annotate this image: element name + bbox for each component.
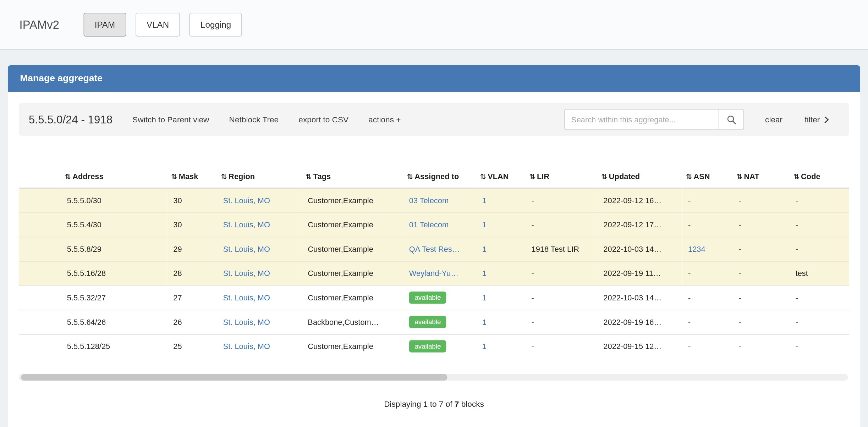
cell-vlan-link[interactable]: 1: [477, 261, 526, 285]
cell-nat: -: [733, 261, 790, 285]
cell-assigned-to[interactable]: available: [403, 285, 477, 310]
tab-vlan[interactable]: VLAN: [136, 12, 180, 37]
table-row[interactable]: 5.5.5.64/26 26 St. Louis, MO Backbone,Cu…: [19, 310, 849, 334]
cell-assigned-to[interactable]: available: [403, 334, 477, 359]
cell-assigned-to[interactable]: available: [403, 310, 477, 334]
clear-link[interactable]: clear: [765, 115, 782, 124]
cell-lir: -: [526, 261, 598, 285]
col-label-region: Region: [229, 172, 255, 181]
sort-icon: ⇅: [171, 172, 177, 181]
table-row[interactable]: 5.5.5.32/27 27 St. Louis, MO Customer,Ex…: [19, 285, 849, 310]
manage-aggregate-panel: Manage aggregate 5.5.5.0/24 - 1918 Switc…: [8, 65, 860, 427]
cell-address: 5.5.5.16/28: [61, 261, 168, 285]
cell-updated: 2022-09-12 17…: [598, 212, 683, 237]
table-row[interactable]: 5.5.5.16/28 28 St. Louis, MO Customer,Ex…: [19, 261, 849, 285]
cell-address: 5.5.5.8/29: [61, 237, 168, 261]
col-header-asn[interactable]: ⇅ASN: [682, 165, 733, 188]
cell-assigned-to[interactable]: QA Test Res…: [403, 237, 477, 261]
table-row[interactable]: 5.5.5.128/25 25 St. Louis, MO Customer,E…: [19, 334, 849, 359]
col-header-vlan[interactable]: ⇅VLAN: [477, 165, 526, 188]
cell-assigned-to[interactable]: 03 Telecom: [403, 188, 477, 212]
export-csv-link[interactable]: export to CSV: [298, 115, 348, 124]
col-header-region[interactable]: ⇅Region: [218, 165, 302, 188]
cell-region-link[interactable]: St. Louis, MO: [218, 334, 302, 359]
indent-cell: [19, 285, 61, 310]
horizontal-scrollbar[interactable]: [19, 374, 848, 381]
col-header-address[interactable]: ⇅Address: [61, 165, 168, 188]
cell-region-link[interactable]: St. Louis, MO: [218, 188, 302, 212]
sort-icon: ⇅: [480, 172, 486, 181]
cell-asn: -: [682, 212, 733, 237]
cell-mask: 30: [168, 212, 218, 237]
col-header-code[interactable]: ⇅Code: [790, 165, 849, 188]
cell-region-link[interactable]: St. Louis, MO: [218, 310, 302, 334]
col-header-mask[interactable]: ⇅Mask: [168, 165, 218, 188]
table-row[interactable]: 5.5.5.4/30 30 St. Louis, MO Customer,Exa…: [19, 212, 849, 237]
cell-code: test: [790, 261, 849, 285]
cell-lir: -: [526, 285, 598, 310]
cell-asn: -: [682, 334, 733, 359]
cell-updated: 2022-09-15 12…: [598, 334, 683, 359]
netblock-table-container: ⇅Address ⇅Mask ⇅Region ⇅Tags ⇅Assigned t…: [19, 165, 849, 359]
search-button[interactable]: [719, 109, 744, 130]
cell-vlan-link[interactable]: 1: [477, 188, 526, 212]
available-badge: available: [409, 292, 446, 304]
cell-code: -: [790, 212, 849, 237]
col-label-code: Code: [801, 172, 820, 181]
cell-mask: 26: [168, 310, 218, 334]
cell-assigned-to[interactable]: 01 Telecom: [403, 212, 477, 237]
cell-lir: -: [526, 212, 598, 237]
filter-label: filter: [805, 115, 820, 124]
search-input[interactable]: [564, 109, 719, 130]
cell-tags: Backbone,Custom…: [302, 310, 403, 334]
sort-icon: ⇅: [221, 172, 227, 181]
cell-asn: -: [682, 310, 733, 334]
table-row[interactable]: 5.5.5.8/29 29 St. Louis, MO Customer,Exa…: [19, 237, 849, 261]
cell-updated: 2022-10-03 14…: [598, 285, 683, 310]
search-icon: [727, 115, 736, 124]
cell-lir: -: [526, 334, 598, 359]
cell-mask: 30: [168, 188, 218, 212]
col-header-lir[interactable]: ⇅LIR: [526, 165, 598, 188]
cell-region-link[interactable]: St. Louis, MO: [218, 237, 302, 261]
scrollbar-thumb[interactable]: [21, 374, 447, 381]
cell-nat: -: [733, 310, 790, 334]
indent-cell: [19, 310, 61, 334]
col-header-assigned-to[interactable]: ⇅Assigned to: [403, 165, 477, 188]
cell-mask: 29: [168, 237, 218, 261]
cell-vlan-link[interactable]: 1: [477, 237, 526, 261]
cell-tags: Customer,Example: [302, 188, 403, 212]
cell-region-link[interactable]: St. Louis, MO: [218, 212, 302, 237]
tab-ipam[interactable]: IPAM: [84, 12, 126, 37]
cell-vlan-link[interactable]: 1: [477, 334, 526, 359]
cell-region-link[interactable]: St. Louis, MO: [218, 261, 302, 285]
cell-address: 5.5.5.4/30: [61, 212, 168, 237]
sort-icon: ⇅: [793, 172, 799, 181]
col-header-nat[interactable]: ⇅NAT: [733, 165, 790, 188]
cell-region-link[interactable]: St. Louis, MO: [218, 285, 302, 310]
cell-nat: -: [733, 334, 790, 359]
cell-tags: Customer,Example: [302, 261, 403, 285]
tab-logging[interactable]: Logging: [189, 12, 242, 37]
cell-assigned-to[interactable]: Weyland-Yu…: [403, 261, 477, 285]
cell-updated: 2022-09-12 16…: [598, 188, 683, 212]
cell-vlan-link[interactable]: 1: [477, 310, 526, 334]
cell-vlan-link[interactable]: 1: [477, 285, 526, 310]
cell-lir: -: [526, 310, 598, 334]
panel-header: Manage aggregate: [8, 65, 860, 92]
aggregate-label: 5.5.5.0/24 - 1918: [29, 113, 112, 126]
col-label-mask: Mask: [179, 172, 198, 181]
col-header-tags[interactable]: ⇅Tags: [302, 165, 403, 188]
netblock-tree-link[interactable]: Netblock Tree: [229, 115, 279, 124]
col-header-updated[interactable]: ⇅Updated: [598, 165, 683, 188]
switch-parent-view-link[interactable]: Switch to Parent view: [132, 115, 209, 124]
indent-cell: [19, 188, 61, 212]
cell-vlan-link[interactable]: 1: [477, 212, 526, 237]
col-label-nat: NAT: [744, 172, 759, 181]
sort-icon: ⇅: [601, 172, 607, 181]
filter-link[interactable]: filter: [805, 115, 829, 124]
actions-menu[interactable]: actions +: [368, 115, 401, 124]
sort-icon: ⇅: [65, 172, 71, 181]
table-row[interactable]: 5.5.5.0/30 30 St. Louis, MO Customer,Exa…: [19, 188, 849, 212]
cell-mask: 27: [168, 285, 218, 310]
